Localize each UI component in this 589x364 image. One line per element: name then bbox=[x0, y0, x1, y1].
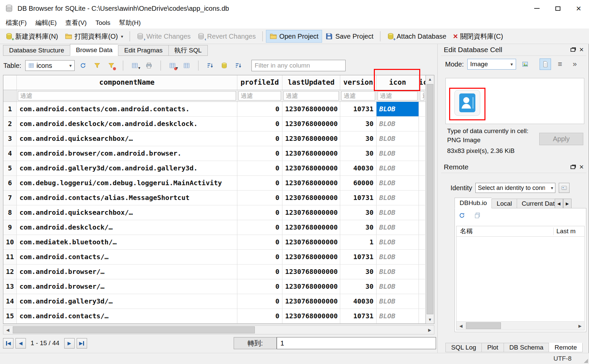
tab-db-schema[interactable]: DB Schema bbox=[504, 343, 549, 352]
filter-partial[interactable]: 過濾 bbox=[420, 91, 424, 100]
tab-execute-sql[interactable]: 執行 SQL bbox=[168, 45, 208, 56]
cell-profileid[interactable]: 0 bbox=[237, 161, 282, 175]
row-number[interactable]: 6 bbox=[3, 176, 17, 190]
cell-componentname[interactable]: com.debug.loggerui/com.debug.loggerui.Ma… bbox=[17, 176, 237, 190]
tab-current-database[interactable]: Current Dat bbox=[517, 199, 555, 208]
cell-icon[interactable]: BLOB bbox=[377, 131, 419, 146]
filter-lastupdated[interactable]: 過濾 bbox=[283, 91, 339, 100]
remote-refresh-button[interactable] bbox=[456, 210, 468, 221]
save-filter-button[interactable] bbox=[106, 60, 117, 71]
cell-lastupdated[interactable]: 1230768000000 bbox=[282, 205, 340, 220]
cell-icon[interactable]: BLOB bbox=[377, 205, 419, 220]
scroll-left-icon[interactable]: ◀ bbox=[457, 322, 465, 330]
cell-version[interactable]: 40030 bbox=[340, 161, 377, 175]
cell-version[interactable]: 1 bbox=[340, 235, 377, 249]
tab-database-structure[interactable]: Database Structure bbox=[3, 45, 70, 56]
filter-icon[interactable]: 過濾 bbox=[378, 91, 418, 100]
cell-componentname[interactable]: com.android.quicksearchbox/… bbox=[17, 205, 237, 220]
remote-scrollbar[interactable]: ◀ ▶ bbox=[457, 321, 584, 330]
minimize-button[interactable] bbox=[526, 0, 547, 17]
scroll-left-icon[interactable]: ◀ bbox=[3, 326, 12, 334]
tab-scroll-right-icon[interactable]: ▶ bbox=[563, 199, 572, 208]
maximize-button[interactable] bbox=[547, 0, 568, 17]
cell-profileid[interactable]: 0 bbox=[237, 309, 282, 323]
previous-record-button[interactable]: ◀ bbox=[15, 338, 26, 349]
apply-button[interactable]: Apply bbox=[539, 133, 583, 145]
tab-scroll-left-icon[interactable]: ◀ bbox=[555, 199, 563, 208]
menu-help[interactable]: 幫助(H) bbox=[115, 18, 145, 27]
cell-componentname[interactable]: com.android.contacts/com.android.contact… bbox=[17, 102, 237, 116]
cell-version[interactable]: 40030 bbox=[340, 294, 377, 309]
clear-filters-button[interactable] bbox=[91, 60, 103, 71]
cell-profileid[interactable]: 0 bbox=[237, 131, 282, 146]
cell-lastupdated[interactable]: 1230768000000 bbox=[282, 102, 340, 116]
cell-lastupdated[interactable]: 1230768000000 bbox=[282, 191, 340, 205]
cell-version[interactable]: 10731 bbox=[340, 191, 377, 205]
cell-profileid[interactable]: 0 bbox=[237, 205, 282, 220]
cell-icon[interactable]: BLOB bbox=[377, 102, 419, 116]
horizontal-scrollbar[interactable]: ◀ ▶ bbox=[3, 325, 434, 334]
tab-edit-pragmas[interactable]: Edit Pragmas bbox=[118, 45, 168, 56]
tab-dbhub[interactable]: DBHub.io bbox=[455, 198, 492, 208]
tab-sql-log[interactable]: SQL Log bbox=[445, 343, 482, 352]
cell-lastupdated[interactable]: 1230768000000 bbox=[282, 146, 340, 161]
corner-header[interactable] bbox=[3, 75, 17, 90]
cell-version[interactable]: 30 bbox=[340, 117, 377, 131]
row-number[interactable]: 11 bbox=[3, 250, 17, 264]
menu-edit[interactable]: 編輯(E) bbox=[31, 18, 61, 27]
cell-lastupdated[interactable]: 1230768000000 bbox=[282, 235, 340, 249]
cell-icon[interactable]: BLOB bbox=[377, 117, 419, 131]
row-number[interactable]: 5 bbox=[3, 161, 17, 175]
cell-componentname[interactable]: com.android.gallery3d/… bbox=[17, 294, 237, 309]
cell-lastupdated[interactable]: 1230768000000 bbox=[282, 279, 340, 294]
vertical-scrollbar[interactable]: ▲ ▼ bbox=[426, 75, 434, 324]
menu-file[interactable]: 檔案(F) bbox=[1, 18, 31, 27]
column-header-lastupdated[interactable]: lastUpdated bbox=[282, 75, 340, 90]
menu-view[interactable]: 查看(V) bbox=[61, 18, 91, 27]
cell-profileid[interactable]: 0 bbox=[237, 265, 282, 279]
open-project-button[interactable]: Open Project bbox=[266, 30, 322, 43]
column-header-componentname[interactable]: componentName bbox=[17, 75, 237, 90]
filter-version[interactable]: 過濾 bbox=[341, 91, 375, 100]
new-database-button[interactable]: + 新建資料庫(N) bbox=[2, 30, 62, 43]
cell-lastupdated[interactable]: 1230768000000 bbox=[282, 250, 340, 264]
resize-grip[interactable] bbox=[583, 358, 588, 363]
remote-column-lastmodified[interactable]: Last m bbox=[553, 228, 584, 235]
cell-version[interactable]: 30 bbox=[340, 131, 377, 146]
row-number[interactable]: 2 bbox=[3, 117, 17, 131]
scroll-up-icon[interactable]: ▲ bbox=[426, 75, 434, 83]
cell-profileid[interactable]: 0 bbox=[237, 250, 282, 264]
identity-selector[interactable]: Select an identity to conne ▾ bbox=[475, 183, 555, 193]
cell-version[interactable]: 30 bbox=[340, 279, 377, 294]
row-number[interactable]: 7 bbox=[3, 191, 17, 205]
cell-version[interactable]: 10731 bbox=[340, 309, 377, 323]
cell-componentname[interactable]: com.android.browser/… bbox=[17, 265, 237, 279]
cell-icon[interactable]: BLOB bbox=[377, 235, 419, 249]
close-button[interactable]: × bbox=[568, 0, 589, 17]
remote-column-name[interactable]: 名稱 bbox=[457, 227, 553, 236]
save-table-button[interactable] bbox=[129, 60, 141, 71]
row-number[interactable]: 8 bbox=[3, 205, 17, 220]
cell-lastupdated[interactable]: 1230768000000 bbox=[282, 117, 340, 131]
cell-version[interactable]: 10731 bbox=[340, 250, 377, 264]
cell-version[interactable]: 10731 bbox=[340, 102, 377, 116]
cell-componentname[interactable]: com.android.deskclock/… bbox=[17, 220, 237, 235]
print-button[interactable] bbox=[143, 60, 155, 71]
cell-lastupdated[interactable]: 1230768000000 bbox=[282, 131, 340, 146]
cell-version[interactable]: 30 bbox=[340, 205, 377, 220]
cell-profileid[interactable]: 0 bbox=[237, 176, 282, 190]
cell-icon[interactable]: BLOB bbox=[377, 161, 419, 175]
tab-remote[interactable]: Remote bbox=[549, 343, 583, 352]
cell-componentname[interactable]: com.android.browser/… bbox=[17, 279, 237, 294]
save-project-button[interactable]: Save Project bbox=[322, 30, 377, 43]
cell-componentname[interactable]: com.android.quicksearchbox/… bbox=[17, 131, 237, 146]
close-panel-icon[interactable]: × bbox=[579, 46, 584, 53]
column-header-profileid[interactable]: profileId bbox=[237, 75, 282, 90]
text-mode-button[interactable] bbox=[540, 58, 551, 70]
float-panel-icon[interactable] bbox=[571, 48, 575, 52]
cell-icon[interactable]: BLOB bbox=[377, 294, 419, 309]
insert-record-button[interactable] bbox=[167, 60, 178, 71]
cell-version[interactable]: 60000 bbox=[340, 176, 377, 190]
overflow-chevron-button[interactable]: » bbox=[569, 58, 581, 70]
cell-lastupdated[interactable]: 1230768000000 bbox=[282, 176, 340, 190]
